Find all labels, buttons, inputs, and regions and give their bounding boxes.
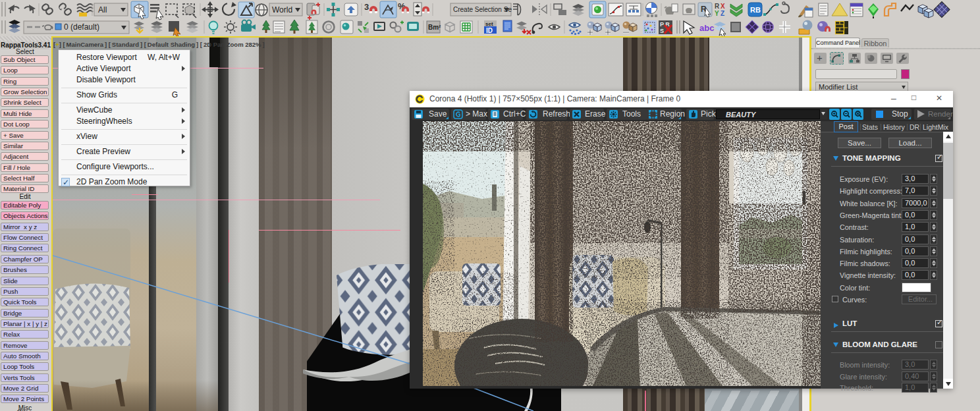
svg-text:X: X (721, 3, 725, 10)
svg-text:S: S (660, 28, 664, 34)
svg-text:Bm²: Bm² (428, 24, 441, 31)
svg-text:RB: RB (750, 6, 761, 14)
svg-text:All: All (98, 5, 107, 14)
svg-text:0 (default): 0 (default) (64, 22, 99, 32)
svg-text:%: % (398, 1, 406, 11)
svg-text:3: 3 (364, 2, 369, 12)
svg-text:Y: Y (715, 10, 719, 17)
svg-text:ID: ID (486, 27, 493, 34)
svg-text:Create Selection Se: Create Selection Se (453, 6, 512, 13)
svg-text:World: World (272, 5, 292, 14)
svg-text:abc: abc (699, 23, 714, 33)
svg-text:set: set (485, 21, 493, 27)
svg-text:Z: Z (721, 10, 724, 17)
svg-text:R: R (715, 3, 720, 10)
